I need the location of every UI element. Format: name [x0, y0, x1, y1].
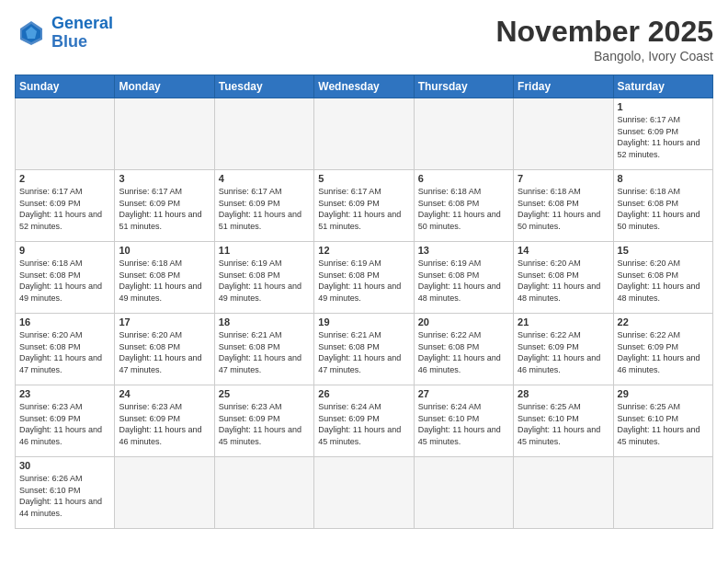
day-cell-25: 25Sunrise: 6:23 AMSunset: 6:09 PMDayligh… [214, 385, 313, 457]
header-saturday: Saturday [613, 75, 712, 98]
day-cell-7: 7Sunrise: 6:18 AMSunset: 6:08 PMDaylight… [514, 170, 613, 242]
empty-cell [214, 98, 313, 170]
day-number: 14 [518, 245, 609, 256]
day-info: Sunrise: 6:25 AMSunset: 6:10 PMDaylight:… [618, 401, 709, 447]
day-number: 10 [119, 245, 210, 256]
day-info: Sunrise: 6:20 AMSunset: 6:08 PMDaylight:… [119, 329, 210, 375]
day-info: Sunrise: 6:23 AMSunset: 6:09 PMDaylight:… [119, 401, 210, 447]
day-cell-17: 17Sunrise: 6:20 AMSunset: 6:08 PMDayligh… [115, 314, 214, 385]
day-info: Sunrise: 6:19 AMSunset: 6:08 PMDaylight:… [318, 258, 409, 304]
day-cell-21: 21Sunrise: 6:22 AMSunset: 6:09 PMDayligh… [514, 314, 613, 385]
location: Bangolo, Ivory Coast [495, 49, 713, 63]
calendar-row: 9Sunrise: 6:18 AMSunset: 6:08 PMDaylight… [16, 242, 713, 314]
day-number: 26 [318, 388, 409, 399]
day-info: Sunrise: 6:23 AMSunset: 6:09 PMDaylight:… [219, 401, 310, 447]
calendar-row: 23Sunrise: 6:23 AMSunset: 6:09 PMDayligh… [16, 385, 713, 457]
day-cell-1: 1Sunrise: 6:17 AMSunset: 6:09 PMDaylight… [613, 98, 712, 170]
day-number: 9 [19, 245, 110, 256]
day-number: 2 [19, 173, 110, 184]
day-number: 29 [618, 388, 709, 399]
logo-blue-text: Blue [51, 32, 87, 51]
empty-cell [414, 457, 513, 529]
day-cell-8: 8Sunrise: 6:18 AMSunset: 6:08 PMDaylight… [613, 170, 712, 242]
empty-cell [314, 457, 414, 529]
day-info: Sunrise: 6:26 AMSunset: 6:10 PMDaylight:… [19, 473, 110, 519]
day-number: 20 [418, 316, 509, 327]
calendar-table: Sunday Monday Tuesday Wednesday Thursday… [15, 75, 713, 529]
day-cell-23: 23Sunrise: 6:23 AMSunset: 6:09 PMDayligh… [16, 385, 115, 457]
day-cell-4: 4Sunrise: 6:17 AMSunset: 6:09 PMDaylight… [214, 170, 313, 242]
day-number: 19 [318, 316, 409, 327]
day-info: Sunrise: 6:23 AMSunset: 6:09 PMDaylight:… [19, 401, 110, 447]
day-cell-19: 19Sunrise: 6:21 AMSunset: 6:08 PMDayligh… [314, 314, 414, 385]
day-info: Sunrise: 6:18 AMSunset: 6:08 PMDaylight:… [418, 186, 509, 232]
day-number: 4 [219, 173, 310, 184]
day-number: 12 [318, 245, 409, 256]
day-info: Sunrise: 6:21 AMSunset: 6:08 PMDaylight:… [219, 329, 310, 375]
empty-cell [314, 98, 414, 170]
day-info: Sunrise: 6:22 AMSunset: 6:09 PMDaylight:… [618, 329, 709, 375]
day-number: 1 [618, 101, 709, 112]
day-cell-9: 9Sunrise: 6:18 AMSunset: 6:08 PMDaylight… [16, 242, 115, 314]
day-number: 16 [19, 316, 110, 327]
empty-cell [514, 457, 613, 529]
day-info: Sunrise: 6:20 AMSunset: 6:08 PMDaylight:… [518, 258, 609, 304]
header-thursday: Thursday [414, 75, 513, 98]
empty-cell [115, 457, 214, 529]
empty-cell [16, 98, 115, 170]
empty-cell [514, 98, 613, 170]
day-cell-2: 2Sunrise: 6:17 AMSunset: 6:09 PMDaylight… [16, 170, 115, 242]
day-number: 13 [418, 245, 509, 256]
calendar-row: 16Sunrise: 6:20 AMSunset: 6:08 PMDayligh… [16, 314, 713, 385]
day-info: Sunrise: 6:24 AMSunset: 6:09 PMDaylight:… [318, 401, 409, 447]
day-info: Sunrise: 6:18 AMSunset: 6:08 PMDaylight:… [518, 186, 609, 232]
day-cell-24: 24Sunrise: 6:23 AMSunset: 6:09 PMDayligh… [115, 385, 214, 457]
day-cell-6: 6Sunrise: 6:18 AMSunset: 6:08 PMDaylight… [414, 170, 513, 242]
day-cell-20: 20Sunrise: 6:22 AMSunset: 6:08 PMDayligh… [414, 314, 513, 385]
day-info: Sunrise: 6:18 AMSunset: 6:08 PMDaylight:… [119, 258, 210, 304]
calendar-row: 1Sunrise: 6:17 AMSunset: 6:09 PMDaylight… [16, 98, 713, 170]
day-info: Sunrise: 6:25 AMSunset: 6:10 PMDaylight:… [518, 401, 609, 447]
empty-cell [414, 98, 513, 170]
day-number: 7 [518, 173, 609, 184]
header-tuesday: Tuesday [214, 75, 313, 98]
logo-icon [15, 19, 48, 47]
day-info: Sunrise: 6:18 AMSunset: 6:08 PMDaylight:… [618, 186, 709, 232]
day-number: 23 [19, 388, 110, 399]
month-title: November 2025 [495, 15, 713, 49]
day-info: Sunrise: 6:17 AMSunset: 6:09 PMDaylight:… [119, 186, 210, 232]
day-cell-26: 26Sunrise: 6:24 AMSunset: 6:09 PMDayligh… [314, 385, 414, 457]
day-info: Sunrise: 6:17 AMSunset: 6:09 PMDaylight:… [618, 114, 709, 160]
day-info: Sunrise: 6:17 AMSunset: 6:09 PMDaylight:… [318, 186, 409, 232]
empty-cell [115, 98, 214, 170]
day-info: Sunrise: 6:19 AMSunset: 6:08 PMDaylight:… [418, 258, 509, 304]
calendar-row: 2Sunrise: 6:17 AMSunset: 6:09 PMDaylight… [16, 170, 713, 242]
page-header: General Blue November 2025 Bangolo, Ivor… [15, 15, 713, 63]
header-friday: Friday [514, 75, 613, 98]
day-cell-27: 27Sunrise: 6:24 AMSunset: 6:10 PMDayligh… [414, 385, 513, 457]
day-cell-11: 11Sunrise: 6:19 AMSunset: 6:08 PMDayligh… [214, 242, 313, 314]
empty-cell [613, 457, 712, 529]
day-number: 6 [418, 173, 509, 184]
day-cell-22: 22Sunrise: 6:22 AMSunset: 6:09 PMDayligh… [613, 314, 712, 385]
day-info: Sunrise: 6:17 AMSunset: 6:09 PMDaylight:… [219, 186, 310, 232]
day-cell-14: 14Sunrise: 6:20 AMSunset: 6:08 PMDayligh… [514, 242, 613, 314]
day-cell-5: 5Sunrise: 6:17 AMSunset: 6:09 PMDaylight… [314, 170, 414, 242]
day-info: Sunrise: 6:24 AMSunset: 6:10 PMDaylight:… [418, 401, 509, 447]
day-number: 11 [219, 245, 310, 256]
day-cell-18: 18Sunrise: 6:21 AMSunset: 6:08 PMDayligh… [214, 314, 313, 385]
day-cell-12: 12Sunrise: 6:19 AMSunset: 6:08 PMDayligh… [314, 242, 414, 314]
logo-general-text: General [51, 14, 113, 32]
day-info: Sunrise: 6:18 AMSunset: 6:08 PMDaylight:… [19, 258, 110, 304]
day-cell-29: 29Sunrise: 6:25 AMSunset: 6:10 PMDayligh… [613, 385, 712, 457]
day-info: Sunrise: 6:22 AMSunset: 6:09 PMDaylight:… [518, 329, 609, 375]
empty-cell [214, 457, 313, 529]
day-number: 17 [119, 316, 210, 327]
day-info: Sunrise: 6:17 AMSunset: 6:09 PMDaylight:… [19, 186, 110, 232]
day-info: Sunrise: 6:22 AMSunset: 6:08 PMDaylight:… [418, 329, 509, 375]
day-number: 30 [19, 460, 110, 471]
calendar-row: 30Sunrise: 6:26 AMSunset: 6:10 PMDayligh… [16, 457, 713, 529]
day-info: Sunrise: 6:21 AMSunset: 6:08 PMDaylight:… [318, 329, 409, 375]
day-info: Sunrise: 6:20 AMSunset: 6:08 PMDaylight:… [19, 329, 110, 375]
day-cell-16: 16Sunrise: 6:20 AMSunset: 6:08 PMDayligh… [16, 314, 115, 385]
